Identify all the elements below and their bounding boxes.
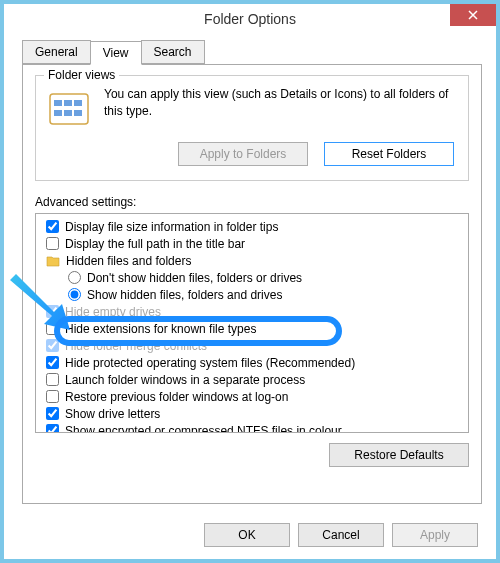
adv-item-label: Show drive letters [65, 407, 160, 421]
checkbox-input[interactable] [46, 237, 59, 250]
checkbox-input[interactable] [46, 322, 59, 335]
radio-input[interactable] [68, 271, 81, 284]
adv-item-label: Show hidden files, folders and drives [87, 288, 282, 302]
adv-item-label: Display file size information in folder … [65, 220, 278, 234]
adv-item-3[interactable]: Don't show hidden files, folders or driv… [38, 269, 466, 286]
checkbox-input[interactable] [46, 424, 59, 433]
tab-view-label: View [103, 46, 129, 60]
adv-item-label: Hide folder merge conflicts [65, 339, 207, 353]
adv-item-label: Hide extensions for known file types [65, 322, 256, 336]
tab-search-label: Search [154, 45, 192, 59]
advanced-settings-label: Advanced settings: [35, 195, 469, 209]
svg-rect-3 [74, 100, 82, 106]
adv-item-8[interactable]: Hide protected operating system files (R… [38, 354, 466, 371]
titlebar: Folder Options [4, 4, 496, 34]
adv-item-label: Don't show hidden files, folders or driv… [87, 271, 302, 285]
radio-input[interactable] [68, 288, 81, 301]
window-title: Folder Options [204, 11, 296, 27]
folder-views-text: You can apply this view (such as Details… [104, 86, 458, 132]
folder-views-title: Folder views [44, 68, 119, 82]
restore-defaults-button[interactable]: Restore Defaults [329, 443, 469, 467]
svg-rect-2 [64, 100, 72, 106]
checkbox-input[interactable] [46, 305, 59, 318]
close-icon [468, 10, 478, 20]
checkbox-input[interactable] [46, 390, 59, 403]
tab-content-view: Folder views You can apply this view (su… [22, 64, 482, 504]
adv-item-label: Show encrypted or compressed NTFS files … [65, 424, 342, 434]
tab-search[interactable]: Search [141, 40, 205, 64]
svg-rect-6 [74, 110, 82, 116]
svg-rect-4 [54, 110, 62, 116]
checkbox-input[interactable] [46, 220, 59, 233]
adv-item-12[interactable]: Show encrypted or compressed NTFS files … [38, 422, 466, 433]
apply-button[interactable]: Apply [392, 523, 478, 547]
folder-icon [46, 254, 60, 268]
reset-folders-button[interactable]: Reset Folders [324, 142, 454, 166]
tab-general-label: General [35, 45, 78, 59]
svg-rect-5 [64, 110, 72, 116]
adv-item-label: Display the full path in the title bar [65, 237, 245, 251]
adv-item-label: Hide protected operating system files (R… [65, 356, 355, 370]
checkbox-input[interactable] [46, 339, 59, 352]
svg-rect-0 [50, 94, 88, 124]
checkbox-input[interactable] [46, 356, 59, 369]
apply-to-folders-button[interactable]: Apply to Folders [178, 142, 308, 166]
adv-item-5[interactable]: Hide empty drives [38, 303, 466, 320]
dialog-button-row: OK Cancel Apply [204, 523, 478, 547]
ok-button[interactable]: OK [204, 523, 290, 547]
svg-rect-1 [54, 100, 62, 106]
folder-views-group: Folder views You can apply this view (su… [35, 75, 469, 181]
close-button[interactable] [450, 4, 496, 26]
adv-item-10[interactable]: Restore previous folder windows at log-o… [38, 388, 466, 405]
checkbox-input[interactable] [46, 407, 59, 420]
checkbox-input[interactable] [46, 373, 59, 386]
tab-general[interactable]: General [22, 40, 91, 64]
adv-item-label: Hidden files and folders [66, 254, 191, 268]
adv-item-2[interactable]: Hidden files and folders [38, 252, 466, 269]
adv-item-label: Restore previous folder windows at log-o… [65, 390, 288, 404]
adv-item-0[interactable]: Display file size information in folder … [38, 218, 466, 235]
advanced-settings-list[interactable]: Display file size information in folder … [35, 213, 469, 433]
tab-view[interactable]: View [90, 41, 142, 65]
cancel-button[interactable]: Cancel [298, 523, 384, 547]
adv-item-7[interactable]: Hide folder merge conflicts [38, 337, 466, 354]
adv-item-1[interactable]: Display the full path in the title bar [38, 235, 466, 252]
adv-item-label: Hide empty drives [65, 305, 161, 319]
adv-item-label: Launch folder windows in a separate proc… [65, 373, 305, 387]
folder-views-icon [46, 86, 92, 132]
adv-item-11[interactable]: Show drive letters [38, 405, 466, 422]
folder-options-window: Folder Options General View Search Folde… [4, 4, 496, 559]
adv-item-9[interactable]: Launch folder windows in a separate proc… [38, 371, 466, 388]
tab-strip: General View Search [22, 40, 496, 64]
adv-item-6[interactable]: Hide extensions for known file types [38, 320, 466, 337]
adv-item-4[interactable]: Show hidden files, folders and drives [38, 286, 466, 303]
